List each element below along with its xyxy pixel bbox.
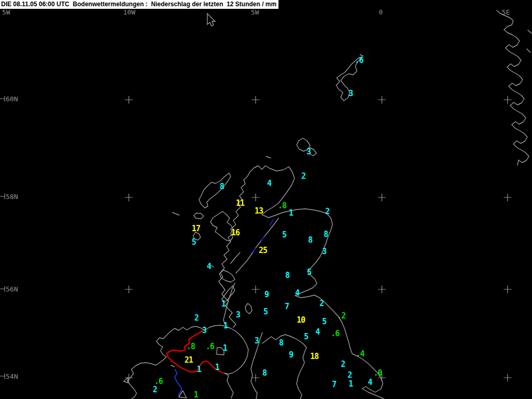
title-bar: DIE 08.11.05 06:00 UTC Bodenwettermeldun… xyxy=(0,0,278,9)
coastline-path xyxy=(245,303,252,314)
station-value: 5 xyxy=(304,332,308,341)
station-value: 25 xyxy=(259,246,267,255)
coastline-path xyxy=(528,30,531,33)
latitude-tick xyxy=(0,96,5,379)
station-value: 7 xyxy=(285,302,289,311)
latitude-label: 54N xyxy=(6,373,18,380)
longitude-label: 5W xyxy=(251,8,259,16)
coastline-path xyxy=(127,326,205,399)
coastline-path xyxy=(497,10,529,165)
navy-contour-dash xyxy=(270,220,273,224)
station-value: 8 xyxy=(220,182,224,191)
station-value: 4 xyxy=(267,179,271,188)
station-value: 3 xyxy=(202,326,206,335)
map-canvas xyxy=(0,0,532,399)
coastline-path xyxy=(210,265,214,267)
station-value: 11 xyxy=(236,198,244,208)
weather-map: DIE 08.11.05 06:00 UTC Bodenwettermeldun… xyxy=(0,0,532,399)
station-value: 3 xyxy=(255,336,259,345)
station-value: .8 xyxy=(278,201,286,210)
station-value: 1 xyxy=(197,365,201,374)
station-value: 7 xyxy=(332,380,336,389)
longitude-label: 5W xyxy=(2,8,10,16)
station-value: 4 xyxy=(315,327,320,337)
station-value: 8 xyxy=(279,338,283,348)
station-value: 5 xyxy=(263,307,268,316)
station-value: 5 xyxy=(282,230,286,240)
coastline-path xyxy=(171,365,175,367)
station-value: 3 xyxy=(307,147,311,156)
station-value: 1 xyxy=(349,379,353,389)
station-value: 8 xyxy=(324,230,328,239)
grid-crosses xyxy=(125,96,511,381)
station-value: .6 xyxy=(355,56,363,65)
station-value: .0 xyxy=(374,368,382,378)
station-value: 3 xyxy=(322,247,326,256)
station-value: 2 xyxy=(341,360,345,369)
station-value: .6 xyxy=(331,329,339,338)
station-value: 3 xyxy=(236,310,240,320)
station-value: 2 xyxy=(348,370,352,380)
mouse-cursor-icon xyxy=(207,14,215,26)
station-value: 2 xyxy=(320,299,324,308)
longitude-label: 10W xyxy=(123,8,135,16)
station-value: 1 xyxy=(221,299,225,309)
station-value: 13 xyxy=(255,206,263,216)
station-value: 1 xyxy=(194,390,198,399)
station-value: .6 xyxy=(206,342,214,351)
latitude-label: 58N xyxy=(6,193,18,201)
station-value: .4 xyxy=(356,349,364,358)
station-value: 8 xyxy=(262,368,267,378)
coastline-path xyxy=(219,270,235,282)
station-value: 5 xyxy=(192,237,196,247)
station-value: 18 xyxy=(310,352,318,361)
station-value: 1 xyxy=(289,208,293,218)
station-value: 2 xyxy=(301,171,305,181)
station-value: 9 xyxy=(264,290,269,299)
station-value: 5 xyxy=(307,268,311,277)
coastline-path xyxy=(224,373,233,398)
coastline-path xyxy=(194,213,204,219)
station-value: 9 xyxy=(289,350,293,360)
coastline-path xyxy=(124,378,128,383)
station-value: 8 xyxy=(285,271,289,280)
coastline-path xyxy=(172,212,179,215)
station-value: 1 xyxy=(223,343,227,353)
station-value: 16 xyxy=(231,228,240,237)
coastline-path xyxy=(179,391,187,398)
latitude-label: 60N xyxy=(6,95,18,103)
station-value: 2 xyxy=(194,313,198,323)
station-value: 21 xyxy=(184,355,193,365)
coastline-path xyxy=(266,156,271,158)
station-value: 3 xyxy=(349,89,353,98)
title-text: DIE 08.11.05 06:00 UTC Bodenwettermeldun… xyxy=(1,1,276,8)
coastline-path xyxy=(210,211,233,241)
coastline-path xyxy=(231,252,240,263)
station-value: 5 xyxy=(322,317,326,326)
station-value: 2 xyxy=(153,385,157,394)
station-value: 4 xyxy=(207,262,211,271)
blue-contour-line xyxy=(175,369,182,395)
station-value: 4 xyxy=(295,288,299,298)
latitude-label: 56N xyxy=(6,285,18,293)
coastline-path xyxy=(262,335,307,399)
longitude-label: 0 xyxy=(379,8,383,16)
coastline-path xyxy=(527,49,530,52)
coastline-path xyxy=(250,166,384,399)
coastline-path xyxy=(236,218,278,273)
station-value: .8 xyxy=(187,342,195,351)
station-value: 10 xyxy=(297,315,305,325)
station-value: 8 xyxy=(308,235,312,245)
station-value: .2 xyxy=(337,311,345,321)
longitude-label: 5E xyxy=(502,8,510,16)
station-value: 4 xyxy=(368,378,372,387)
coastline-path xyxy=(199,173,231,208)
navy-contour-dash xyxy=(252,248,255,254)
station-value: 1 xyxy=(215,363,219,372)
navy-contour-dash xyxy=(261,236,264,242)
station-value: 1 xyxy=(223,321,228,330)
station-value: 2 xyxy=(325,207,329,216)
station-value: 17 xyxy=(192,224,200,233)
